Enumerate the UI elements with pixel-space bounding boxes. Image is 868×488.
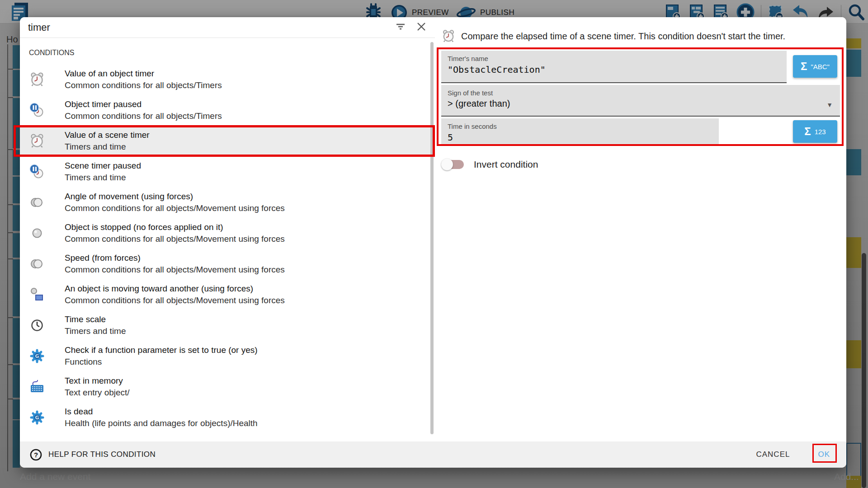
item-title: Time scale bbox=[65, 314, 126, 325]
time-scale-icon bbox=[29, 317, 45, 333]
list-item-object-is-stopped[interactable]: Object is stopped (no forces applied on … bbox=[20, 218, 435, 249]
chevron-down-icon[interactable]: ▼ bbox=[826, 101, 833, 108]
close-icon[interactable] bbox=[416, 21, 427, 34]
timer-paused-icon bbox=[29, 102, 45, 118]
sign-of-test-label: Sign of the test bbox=[448, 89, 840, 97]
item-subtitle: Common conditions for all objects/Moveme… bbox=[65, 202, 285, 214]
condition-parameters-panel: Compare the elapsed time of a scene time… bbox=[435, 17, 846, 441]
list-item-function-parameter-true[interactable]: G Check if a function parameter is set t… bbox=[20, 341, 435, 371]
item-title: Text in memory bbox=[65, 375, 130, 387]
invert-condition-toggle[interactable] bbox=[443, 160, 464, 169]
help-icon: ? bbox=[30, 449, 42, 461]
dialog-footer: ? HELP FOR THIS CONDITION CANCEL OK bbox=[20, 441, 846, 468]
function-gear-icon: G bbox=[29, 348, 45, 364]
list-item-speed-from-forces[interactable]: Speed (from forces) Common conditions fo… bbox=[20, 249, 435, 279]
forces-angle-icon bbox=[29, 194, 45, 211]
time-in-seconds-field[interactable]: Time in seconds 5 bbox=[441, 118, 719, 145]
item-subtitle: Common conditions for all objects/Timers bbox=[65, 110, 222, 122]
list-item-scene-timer-paused[interactable]: Scene timer paused Timers and time bbox=[20, 156, 435, 187]
item-title: Value of an object timer bbox=[65, 68, 222, 80]
list-item-value-of-object-timer[interactable]: Value of an object timer Common conditio… bbox=[20, 64, 435, 95]
keyboard-icon bbox=[29, 379, 45, 395]
time-in-seconds-value[interactable]: 5 bbox=[448, 132, 719, 143]
list-scrollbar[interactable] bbox=[430, 42, 434, 434]
item-subtitle: Timers and time bbox=[65, 141, 150, 153]
item-title: Object is stopped (no forces applied on … bbox=[65, 221, 285, 233]
health-gear-icon: G bbox=[29, 409, 45, 426]
moving-toward-icon bbox=[29, 286, 45, 303]
item-subtitle: Timers and time bbox=[65, 325, 126, 337]
item-subtitle: Common conditions for all objects/Moveme… bbox=[65, 264, 285, 276]
choose-condition-dialog: CONDITIONS Value of an object timer Comm… bbox=[20, 17, 846, 468]
svg-text:G: G bbox=[35, 415, 39, 421]
item-title: Value of a scene timer bbox=[65, 129, 150, 141]
timer-name-value[interactable]: "ObstacleCreation" bbox=[448, 64, 787, 75]
list-item-time-scale[interactable]: Time scale Timers and time bbox=[20, 310, 435, 341]
item-subtitle: Common conditions for all objects/Moveme… bbox=[65, 233, 285, 245]
list-item-object-timer-paused[interactable]: Object timer paused Common conditions fo… bbox=[20, 95, 435, 126]
timer-name-field[interactable]: Timer's name "ObstacleCreation" bbox=[441, 51, 787, 83]
item-subtitle: Common conditions for all objects/Timers bbox=[65, 80, 222, 91]
sign-of-test-select[interactable]: Sign of the test > (greater than) bbox=[441, 85, 840, 117]
item-subtitle: Common conditions for all objects/Moveme… bbox=[65, 295, 285, 306]
timer-name-row: Timer's name "ObstacleCreation" Σ "ABC" bbox=[441, 51, 840, 83]
item-subtitle: Timers and time bbox=[65, 172, 141, 183]
list-item-angle-of-movement[interactable]: Angle of movement (using forces) Common … bbox=[20, 187, 435, 218]
timer-paused-icon bbox=[29, 164, 45, 180]
search-bar bbox=[20, 17, 435, 38]
sigma-icon: Σ bbox=[804, 125, 811, 138]
item-subtitle: Functions bbox=[65, 356, 258, 368]
item-title: Angle of movement (using forces) bbox=[65, 191, 285, 202]
list-item-text-in-memory[interactable]: Text in memory Text entry object/ bbox=[20, 371, 435, 402]
cancel-button[interactable]: CANCEL bbox=[756, 450, 790, 459]
condition-list-panel: CONDITIONS Value of an object timer Comm… bbox=[20, 17, 435, 441]
sign-of-test-value[interactable]: > (greater than) bbox=[448, 99, 840, 109]
search-input[interactable] bbox=[28, 22, 395, 33]
gdevelop-window: PREVIEW PUBLISH bbox=[0, 0, 868, 488]
condition-description: Compare the elapsed time of a scene time… bbox=[461, 31, 785, 42]
svg-text:?: ? bbox=[34, 451, 38, 459]
expression-builder-123-button[interactable]: Σ 123 bbox=[793, 120, 837, 143]
ok-button[interactable]: OK bbox=[818, 450, 830, 459]
object-timer-icon bbox=[29, 71, 45, 88]
sign-of-test-row: Sign of the test > (greater than) ▼ bbox=[441, 85, 840, 117]
invert-condition-row: Invert condition bbox=[441, 155, 840, 174]
svg-text:G: G bbox=[35, 353, 39, 359]
filter-icon[interactable] bbox=[395, 21, 406, 34]
invert-condition-label: Invert condition bbox=[474, 159, 538, 170]
scene-timer-icon bbox=[29, 133, 45, 149]
list-item-moving-toward-another[interactable]: An object is moving toward another (usin… bbox=[20, 279, 435, 310]
item-title: Check if a function parameter is set to … bbox=[65, 344, 258, 356]
time-in-seconds-row: Time in seconds 5 Σ 123 bbox=[441, 118, 840, 145]
time-in-seconds-label: Time in seconds bbox=[448, 122, 719, 130]
item-subtitle: Text entry object/ bbox=[65, 387, 130, 399]
object-stopped-icon bbox=[29, 225, 45, 241]
forces-speed-icon bbox=[29, 256, 45, 272]
item-title: Scene timer paused bbox=[65, 160, 141, 172]
list-item-value-of-scene-timer[interactable]: Value of a scene timer Timers and time bbox=[20, 126, 435, 156]
scene-timer-icon bbox=[441, 29, 456, 43]
list-item-is-dead[interactable]: G Is dead Health (life points and damage… bbox=[20, 402, 435, 433]
help-label: HELP FOR THIS CONDITION bbox=[48, 450, 156, 459]
item-subtitle: Health (life points and damages for obje… bbox=[65, 418, 258, 429]
timer-name-label: Timer's name bbox=[448, 55, 787, 62]
help-button[interactable]: ? HELP FOR THIS CONDITION bbox=[30, 449, 156, 461]
item-title: An object is moving toward another (usin… bbox=[65, 283, 285, 295]
item-title: Speed (from forces) bbox=[65, 252, 285, 264]
condition-list: CONDITIONS Value of an object timer Comm… bbox=[20, 38, 435, 441]
item-title: Is dead bbox=[65, 406, 258, 418]
conditions-section-header: CONDITIONS bbox=[20, 38, 435, 64]
expression-builder-abc-button[interactable]: Σ "ABC" bbox=[793, 55, 837, 78]
sigma-icon: Σ bbox=[801, 60, 807, 73]
item-title: Object timer paused bbox=[65, 99, 222, 110]
